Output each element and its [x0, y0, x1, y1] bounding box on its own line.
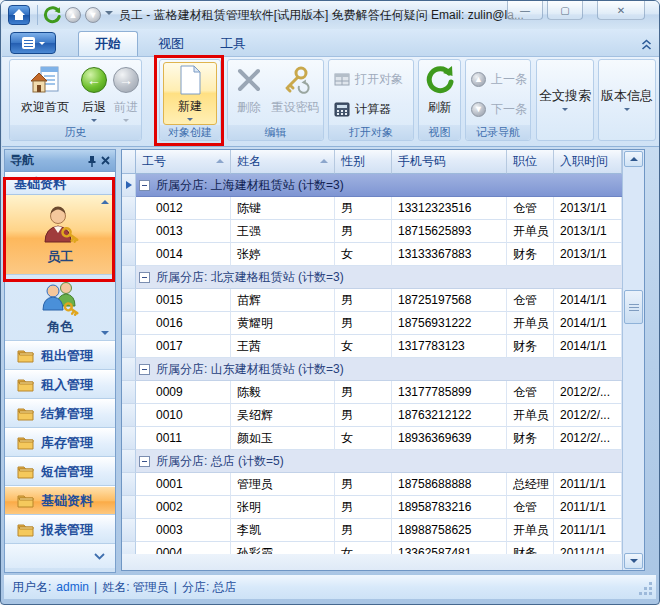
cell-employee-id: 0004: [136, 542, 231, 554]
minimize-button[interactable]: —: [507, 1, 543, 20]
sidebar-folder-item[interactable]: 租出管理: [5, 341, 115, 370]
table-row[interactable]: 0003李凯男18988758625开单员2011/1/1: [122, 519, 622, 542]
open-object-button[interactable]: 打开对象: [334, 68, 403, 90]
group-row[interactable]: 所属分店: 上海建材租赁站 (计数=3): [122, 174, 622, 197]
cell-hire-date: 2013/1/1: [554, 220, 622, 243]
maximize-button[interactable]: ▢: [547, 1, 583, 20]
column-header-position[interactable]: 职位: [507, 150, 554, 174]
cell-employee-id: 0001: [136, 473, 231, 496]
collapse-group-icon[interactable]: [139, 364, 150, 375]
column-header-gender[interactable]: 性别: [335, 150, 392, 174]
tab-start[interactable]: 开始: [78, 31, 138, 56]
fulltext-search-button[interactable]: 全文搜索: [539, 62, 591, 138]
table-row[interactable]: 0015苗辉男18725197568仓管2014/1/1: [122, 289, 622, 312]
table-row[interactable]: 0011颜如玉女18936369639财务2012/2/...: [122, 427, 622, 450]
group-label: 所属分店: 上海建材租赁站 (计数=3): [156, 177, 344, 194]
column-header-hire-date[interactable]: 入职时间: [554, 150, 622, 174]
table-row[interactable]: 0016黄耀明男18756931222开单员2014/1/1: [122, 312, 622, 335]
close-pane-icon[interactable]: [101, 156, 110, 165]
scrollbar-down-icon[interactable]: [624, 553, 643, 569]
calculator-button[interactable]: 计算器: [334, 98, 391, 120]
cell-name: 管理员: [231, 473, 335, 496]
resize-grip[interactable]: [639, 582, 652, 595]
sidebar-folder-item[interactable]: 结算管理: [5, 399, 115, 428]
table-row[interactable]: 0014张婷女13133367883财务2013/1/1: [122, 243, 622, 266]
back-dropdown-icon[interactable]: [91, 119, 97, 125]
sidebar-folder-item[interactable]: 租入管理: [5, 370, 115, 399]
cell-gender: 男: [335, 289, 392, 312]
group-row[interactable]: 所属分店: 总店 (计数=5): [122, 450, 622, 473]
new-button[interactable]: 新建: [163, 62, 217, 125]
group-row[interactable]: 所属分店: 北京建格租赁站 (计数=3): [122, 266, 622, 289]
new-dropdown-icon[interactable]: [187, 118, 193, 124]
sidebar-folder-item[interactable]: 短信管理: [5, 457, 115, 486]
home-icon[interactable]: [8, 5, 30, 25]
ribbon-group-create: 新建 对象创建: [159, 59, 221, 141]
table-row[interactable]: 0002张明男18958783216仓管2011/1/1: [122, 496, 622, 519]
scrollbar-thumb[interactable]: [624, 290, 643, 324]
reset-password-button[interactable]: 重设密码: [268, 62, 323, 125]
row-indicator: [122, 519, 136, 542]
titlebar-refresh-icon[interactable]: [43, 5, 62, 28]
cell-phone: 18936369639: [392, 427, 507, 450]
sidebar-folder-item[interactable]: 报表管理: [5, 515, 115, 544]
cell-phone: 13133367883: [392, 243, 507, 266]
column-header-employee-id[interactable]: 工号: [136, 150, 231, 174]
new-document-icon: [175, 63, 205, 97]
scroll-up-icon[interactable]: [101, 200, 109, 204]
cell-gender: 女: [335, 427, 392, 450]
previous-record-button[interactable]: ▲ 上一条: [471, 68, 527, 90]
tab-view[interactable]: 视图: [142, 31, 200, 56]
sidebar-folder-item[interactable]: 库存管理: [5, 428, 115, 457]
cell-phone: 18758688888: [392, 473, 507, 496]
sidebar-footer[interactable]: [5, 544, 115, 568]
table-row[interactable]: 0017王茜女1317783123财务2014/1/1: [122, 335, 622, 358]
sidebar-folder-item[interactable]: 基础资料: [5, 486, 115, 515]
title-bar[interactable]: ▲ ▼ 员工 - 蓝格建材租赁管理软件[试用版本] 免费解答任何疑问 Email…: [1, 1, 659, 29]
vertical-scrollbar[interactable]: [622, 150, 644, 570]
group-header-cell: 所属分店: 山东建材租赁站 (计数=3): [136, 358, 622, 381]
sidebar-item-role-label: 角色: [47, 318, 73, 336]
cell-hire-date: 2014/1/1: [554, 289, 622, 312]
welcome-home-label: 欢迎首页: [21, 99, 69, 116]
next-record-button[interactable]: ▼ 下一条: [471, 98, 527, 120]
titlebar-down-icon[interactable]: ▼: [85, 7, 101, 23]
scroll-down-icon[interactable]: [101, 331, 109, 335]
titlebar-dropdown-icon[interactable]: [105, 11, 113, 19]
collapse-group-icon[interactable]: [139, 456, 150, 467]
table-row[interactable]: 0010吴绍辉男18763212122开单员2012/2/...: [122, 404, 622, 427]
fulltext-search-label: 全文搜索: [539, 87, 591, 105]
table-row[interactable]: 0012陈键男13312323516仓管2013/1/1: [122, 197, 622, 220]
group-row[interactable]: 所属分店: 山东建材租赁站 (计数=3): [122, 358, 622, 381]
collapse-ribbon-icon[interactable]: [641, 37, 652, 55]
back-button[interactable]: ← 后退: [78, 62, 110, 125]
cell-hire-date: 2012/2/...: [554, 404, 622, 427]
close-button[interactable]: ✕: [597, 1, 645, 20]
sidebar-item-role[interactable]: 角色: [5, 275, 115, 341]
delete-button[interactable]: 删除: [230, 62, 268, 125]
column-header-label: 职位: [513, 153, 537, 170]
collapse-group-icon[interactable]: [139, 272, 150, 283]
application-menu-button[interactable]: [10, 32, 56, 54]
welcome-home-icon: [29, 62, 61, 98]
column-header-phone[interactable]: 手机号码: [392, 150, 507, 174]
table-row[interactable]: 0009陈毅男13177785899仓管2012/2/...: [122, 381, 622, 404]
titlebar-up-icon[interactable]: ▲: [65, 7, 81, 23]
cell-position: 开单员: [507, 220, 554, 243]
table-row[interactable]: 0001管理员男18758688888总经理2011/1/1: [122, 473, 622, 496]
sidebar-item-employee[interactable]: 员工: [5, 195, 115, 275]
refresh-button[interactable]: 刷新: [421, 62, 458, 125]
scrollbar-up-icon[interactable]: [624, 151, 643, 167]
forward-button[interactable]: → 前进: [110, 62, 142, 125]
table-row[interactable]: 0004孙彩霞女13362587481财务2011/1/1: [122, 542, 622, 554]
cell-hire-date: 2012/2/...: [554, 381, 622, 404]
welcome-home-button[interactable]: 欢迎首页: [13, 62, 77, 125]
column-header-name[interactable]: 姓名: [231, 150, 335, 174]
table-row[interactable]: 0013王强男18715625893开单员2013/1/1: [122, 220, 622, 243]
pin-icon[interactable]: [87, 155, 97, 167]
version-info-button[interactable]: 版本信息: [601, 62, 653, 138]
status-user-label: 用户名:: [12, 579, 51, 596]
collapse-group-icon[interactable]: [139, 180, 150, 191]
tab-tools[interactable]: 工具: [204, 31, 262, 56]
sidebar-folder-label: 租出管理: [41, 347, 93, 365]
